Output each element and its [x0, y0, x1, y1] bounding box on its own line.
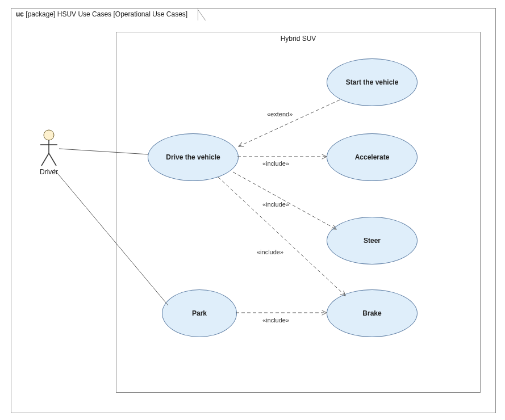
frame-scope: [package] — [26, 10, 55, 18]
subject-boundary: Hybrid SUV — [116, 32, 481, 393]
rel-include-drive-accel: «include» — [261, 160, 290, 167]
diagram-stage: uc [package] HSUV Use Cases [Operational… — [0, 0, 505, 420]
svg-line-4 — [49, 153, 56, 166]
usecase-steer: Steer — [327, 217, 418, 264]
frame-tab-notch — [198, 8, 207, 20]
usecase-start: Start the vehicle — [327, 58, 418, 106]
rel-include-park-brake: «include» — [261, 317, 290, 324]
svg-line-3 — [41, 153, 49, 166]
usecase-brake: Brake — [327, 289, 418, 337]
frame-title-tab: uc [package] HSUV Use Cases [Operational… — [11, 8, 198, 20]
rel-include-drive-steer: «include» — [261, 201, 290, 208]
rel-extend-start-drive: «extend» — [266, 111, 294, 117]
frame-subtitle: [Operational Use Cases] — [113, 10, 187, 18]
frame-title: HSUV Use Cases — [57, 10, 111, 18]
usecase-accel: Accelerate — [327, 133, 418, 181]
frame-kind: uc — [16, 10, 24, 18]
usecase-park: Park — [162, 289, 237, 337]
actor-label: Driver — [37, 168, 60, 176]
subject-title: Hybrid SUV — [116, 35, 480, 43]
svg-point-0 — [44, 130, 54, 140]
rel-include-drive-brake: «include» — [256, 249, 285, 255]
actor-icon — [38, 129, 60, 167]
usecase-drive: Drive the vehicle — [148, 133, 239, 181]
actor-driver: Driver — [37, 129, 60, 176]
